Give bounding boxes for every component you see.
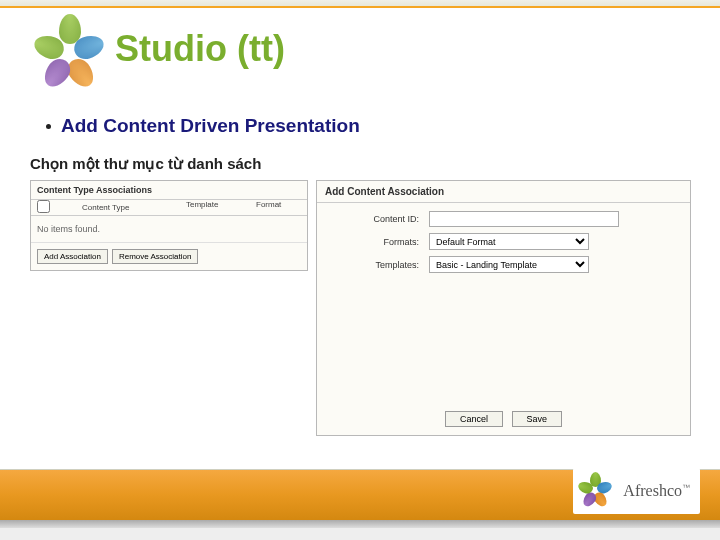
brand-text-wrap: Afreshco™ <box>623 482 690 500</box>
brand-name: Afreshco <box>623 482 682 499</box>
panel-right-actions: Cancel Save <box>317 411 690 427</box>
label-templates: Templates: <box>329 260 429 270</box>
content-id-input[interactable] <box>429 211 619 227</box>
brand-logo-icon <box>577 472 615 510</box>
panel-left-headers: Content Type Template Format <box>31 200 307 216</box>
add-association-button[interactable]: Add Association <box>37 249 108 264</box>
brand-tm: ™ <box>682 483 690 492</box>
footer-base <box>0 528 720 540</box>
panel-add-content-association: Add Content Association Content ID: Form… <box>316 180 691 436</box>
bullet-row: Add Content Driven Presentation <box>46 115 360 137</box>
save-button[interactable]: Save <box>512 411 563 427</box>
subtitle: Chọn một thư mục từ danh sách <box>30 155 261 173</box>
header-format: Format <box>256 200 301 215</box>
formats-select[interactable]: Default Format <box>429 233 589 250</box>
panel-right-title: Add Content Association <box>317 181 690 203</box>
cancel-button[interactable]: Cancel <box>445 411 503 427</box>
footer-shadow <box>0 520 720 528</box>
panel-left-empty: No items found. <box>31 216 307 242</box>
header-content-type: Content Type <box>82 200 186 215</box>
brand-badge: Afreshco™ <box>573 468 700 514</box>
bullet-dot <box>46 124 51 129</box>
remove-association-button[interactable]: Remove Association <box>112 249 198 264</box>
row-templates: Templates: Basic - Landing Template <box>329 256 678 273</box>
label-formats: Formats: <box>329 237 429 247</box>
row-formats: Formats: Default Format <box>329 233 678 250</box>
templates-select[interactable]: Basic - Landing Template <box>429 256 589 273</box>
slide-title: Studio (tt) <box>115 28 285 70</box>
top-accent <box>0 6 720 8</box>
header-template: Template <box>186 200 256 215</box>
bullet-text: Add Content Driven Presentation <box>61 115 360 137</box>
label-content-id: Content ID: <box>329 214 429 224</box>
panel-content-type-associations: Content Type Associations Content Type T… <box>30 180 308 271</box>
panel-left-actions: Add Association Remove Association <box>31 242 307 270</box>
header-checkbox[interactable] <box>37 200 50 213</box>
panel-left-title: Content Type Associations <box>31 181 307 200</box>
logo-top-left <box>30 14 110 94</box>
row-content-id: Content ID: <box>329 211 678 227</box>
